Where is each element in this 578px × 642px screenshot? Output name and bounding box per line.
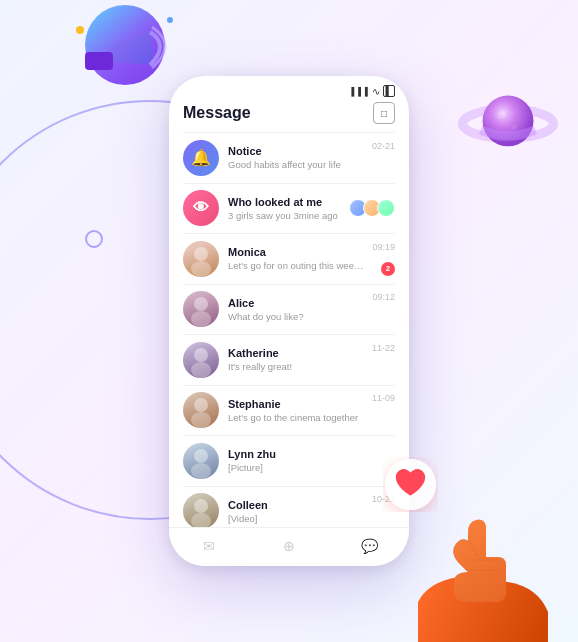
msg-time: 09:12 <box>372 291 395 302</box>
who-avatar-group <box>349 199 395 217</box>
svg-point-3 <box>167 17 173 23</box>
svg-point-18 <box>194 499 208 513</box>
msg-content-notice: Notice Good habits affect your life <box>228 145 363 170</box>
msg-name: Lynn zhu <box>228 448 386 460</box>
msg-name: Who looked at me <box>228 196 340 208</box>
msg-time: 11-09 <box>372 392 395 403</box>
msg-preview: Let's go to the cinema together <box>228 412 363 423</box>
msg-content-katherine: Katherine It's really great! <box>228 347 363 372</box>
unread-badge: 2 <box>381 262 395 276</box>
msg-content-monica: Monica Let's go for on outing this weeke… <box>228 246 363 271</box>
svg-point-9 <box>191 261 211 277</box>
message-item-who[interactable]: 👁 Who looked at me 3 girls saw you 3mine… <box>169 183 409 233</box>
msg-preview: It's really great! <box>228 361 363 372</box>
msg-content-lynn: Lynn zhu [Picture] <box>228 448 386 473</box>
who-avatar-3 <box>377 199 395 217</box>
message-tab-icon: 💬 <box>359 536 379 556</box>
svg-point-13 <box>191 362 211 378</box>
avatar-who: 👁 <box>183 190 219 226</box>
msg-preview: [Picture] <box>228 462 386 473</box>
svg-point-6 <box>497 110 506 119</box>
msg-name: Colleen <box>228 499 363 511</box>
msg-content-who: Who looked at me 3 girls saw you 3mine a… <box>228 196 340 221</box>
compose-button[interactable]: □ <box>373 102 395 124</box>
message-item-lynn[interactable]: Lynn zhu [Picture] <box>169 436 409 486</box>
tab-message[interactable]: 💬 <box>359 536 379 556</box>
svg-point-12 <box>194 348 208 362</box>
avatar-colleen <box>183 493 219 529</box>
message-item-monica[interactable]: Monica Let's go for on outing this weeke… <box>169 234 409 284</box>
svg-point-11 <box>191 311 211 327</box>
msg-name: Monica <box>228 246 363 258</box>
svg-point-7 <box>512 125 517 130</box>
message-item-notice[interactable]: 🔔 Notice Good habits affect your life 02… <box>169 133 409 183</box>
svg-point-2 <box>76 26 84 34</box>
avatar-lynn <box>183 443 219 479</box>
heart-badge-decoration <box>383 457 438 512</box>
signal-icon: ▐▐▐ <box>349 87 369 96</box>
msg-name: Katherine <box>228 347 363 359</box>
svg-point-14 <box>194 398 208 412</box>
status-bar: ▐▐▐ ∿ ▌ <box>169 76 409 98</box>
svg-point-10 <box>194 297 208 311</box>
avatar-monica <box>183 241 219 277</box>
msg-preview: [Video] <box>228 513 363 524</box>
svg-point-8 <box>194 247 208 261</box>
message-item-alice[interactable]: Alice What do you like? 09:12 <box>169 284 409 334</box>
avatar-katherine <box>183 342 219 378</box>
msg-content-stephanie: Stephanie Let's go to the cinema togethe… <box>228 398 363 423</box>
dot-decoration <box>85 230 103 248</box>
msg-content-colleen: Colleen [Video] <box>228 499 363 524</box>
msg-preview: Good habits affect your life <box>228 159 363 170</box>
app-title: Message <box>183 104 251 122</box>
svg-point-15 <box>191 412 211 428</box>
tab-bar: ✉ ⊕ 💬 <box>169 527 409 566</box>
message-item-katherine[interactable]: Katherine It's really great! 11-22 <box>169 335 409 385</box>
phone-frame: ▐▐▐ ∿ ▌ Message □ 🔔 Notice Good habits a… <box>169 76 409 566</box>
msg-preview: 3 girls saw you 3mine ago <box>228 210 340 221</box>
svg-rect-1 <box>85 52 113 70</box>
planet-decoration <box>458 80 558 160</box>
msg-name: Stephanie <box>228 398 363 410</box>
avatar-notice: 🔔 <box>183 140 219 176</box>
battery-icon: ▌ <box>383 85 395 97</box>
avatar-stephanie <box>183 392 219 428</box>
message-item-stephanie[interactable]: Stephanie Let's go to the cinema togethe… <box>169 385 409 435</box>
tab-discover[interactable]: ⊕ <box>279 536 299 556</box>
msg-content-alice: Alice What do you like? <box>228 297 363 322</box>
megaphone-decoration <box>60 0 190 120</box>
message-list: 🔔 Notice Good habits affect your life 02… <box>169 133 409 537</box>
chat-tab-icon: ✉ <box>199 536 219 556</box>
msg-preview: What do you like? <box>228 311 363 322</box>
app-header: Message □ <box>169 98 409 132</box>
msg-time: 02-21 <box>372 140 395 151</box>
wifi-icon: ∿ <box>372 86 380 97</box>
avatar-alice <box>183 291 219 327</box>
msg-name: Alice <box>228 297 363 309</box>
msg-time: 11-22 <box>372 342 395 353</box>
discover-tab-icon: ⊕ <box>279 536 299 556</box>
msg-time: 09:19 <box>372 241 395 252</box>
msg-preview: Let's go for on outing this weekend- <box>228 260 363 271</box>
svg-point-16 <box>194 449 208 463</box>
msg-name: Notice <box>228 145 363 157</box>
svg-point-17 <box>191 463 211 479</box>
tab-chat[interactable]: ✉ <box>199 536 219 556</box>
